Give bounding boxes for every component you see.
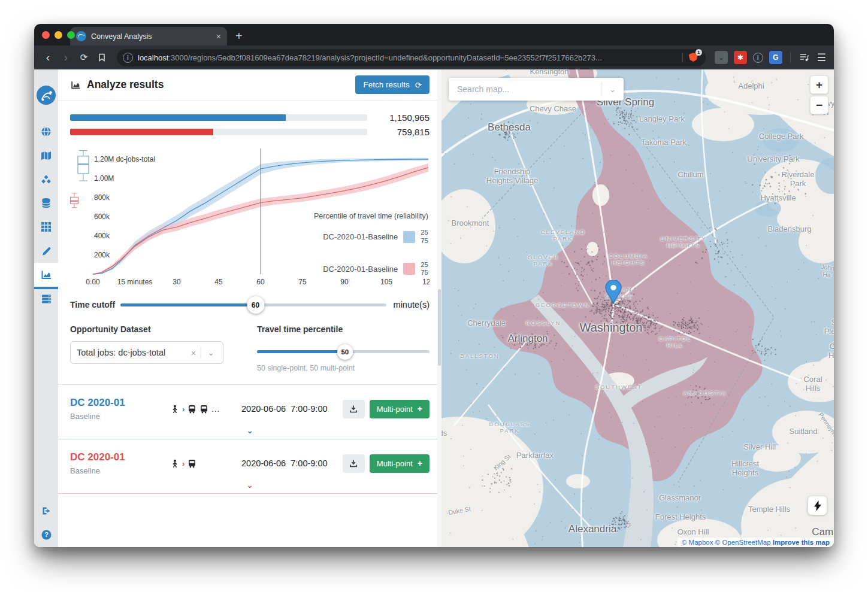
forward-button[interactable]: › xyxy=(58,50,74,65)
sidebar-item-opportunities[interactable] xyxy=(34,218,58,235)
percentile-slider[interactable]: 50 xyxy=(257,342,430,360)
scrollbar-thumb[interactable] xyxy=(438,289,441,366)
sidebar-item-projects[interactable] xyxy=(34,147,58,164)
bus-icon xyxy=(187,459,196,468)
sidebar-item-help[interactable]: ? xyxy=(34,526,58,543)
svg-text:30: 30 xyxy=(173,278,181,286)
sidebar-item-regional[interactable] xyxy=(34,290,58,307)
brave-shields-icon[interactable]: 1 xyxy=(688,51,700,63)
svg-text:90: 90 xyxy=(340,278,349,286)
extension-pocket-icon[interactable]: ⌄ xyxy=(715,51,728,64)
time-cutoff-unit: minute(s) xyxy=(386,300,430,309)
browser-window: Conveyal Analysis × + ‹ › ⟳ i localhost:… xyxy=(34,24,834,547)
playlist-icon[interactable] xyxy=(797,50,812,65)
map-view[interactable]: KensingtonSilver SpringChevy ChaseAdelph… xyxy=(441,69,834,547)
svg-text:105: 105 xyxy=(380,278,392,286)
sidebar-item-regions[interactable] xyxy=(34,123,58,140)
chart-area-icon xyxy=(40,269,52,281)
legend-entry: DC-2020-01-Baseline 2575 xyxy=(314,229,428,245)
time-cutoff-slider[interactable]: 60 xyxy=(120,296,386,314)
clear-icon[interactable]: × xyxy=(186,348,201,358)
zoom-out-button[interactable]: − xyxy=(810,96,828,114)
plus-icon: + xyxy=(418,404,422,414)
url-host: localhost xyxy=(138,53,168,62)
improve-map-link[interactable]: Improve this map xyxy=(773,539,830,546)
map-pin-icon[interactable] xyxy=(604,280,622,304)
sidebar-item-datasets[interactable] xyxy=(34,195,58,211)
new-tab-button[interactable]: + xyxy=(235,29,243,43)
url-bar[interactable]: i localhost:3000/regions/5edb2f081609ea6… xyxy=(117,49,706,66)
legend-percentiles: 2575 xyxy=(421,229,428,245)
legend-percentiles: 2575 xyxy=(421,261,428,278)
sidebar-item-analyze[interactable] xyxy=(34,263,58,287)
analysis-variant: Baseline xyxy=(70,466,171,475)
svg-text:?: ? xyxy=(44,531,49,538)
expand-chevron-icon[interactable]: ⌄ xyxy=(70,421,430,439)
mode-icons: › xyxy=(171,459,241,468)
browser-toolbar: ‹ › ⟳ i localhost:3000/regions/5edb2f081… xyxy=(34,45,834,69)
download-button[interactable] xyxy=(343,454,365,473)
svg-text:1.20M dc-jobs-total: 1.20M dc-jobs-total xyxy=(94,155,155,163)
analysis-name-link[interactable]: DC 2020-01 xyxy=(70,451,171,463)
svg-text:0.00: 0.00 xyxy=(86,278,100,286)
sidebar-item-networks[interactable] xyxy=(34,171,58,188)
active-indicator xyxy=(34,287,58,289)
globe-icon xyxy=(40,126,52,138)
svg-text:800k: 800k xyxy=(94,193,110,202)
extension-info-icon[interactable]: i xyxy=(753,53,763,63)
analysis-datetime: 2020-06-06 7:00-9:00 xyxy=(241,404,343,414)
legend-title: Percentile of travel time (reliability) xyxy=(314,212,428,220)
download-button[interactable] xyxy=(343,400,365,418)
map-style-toggle-button[interactable] xyxy=(808,496,827,515)
window-zoom-button[interactable] xyxy=(67,31,75,39)
conveyal-logo-icon[interactable] xyxy=(37,86,56,105)
time-cutoff-handle[interactable]: 60 xyxy=(247,296,264,314)
sidebar-item-logout[interactable] xyxy=(34,502,58,519)
chart-area-icon xyxy=(70,80,81,90)
app-content: ? Analyze results Fetch results⟳ 1,150,9… xyxy=(34,69,834,547)
window-close-button[interactable] xyxy=(42,31,50,39)
accessibility-bar-row: 1,150,965 xyxy=(70,113,430,123)
multi-point-button[interactable]: Multi-point+ xyxy=(370,454,430,473)
osm-link[interactable]: © OpenStreetMap xyxy=(715,539,771,546)
extension-translate-icon[interactable]: G xyxy=(769,51,782,64)
shields-badge: 1 xyxy=(695,49,702,56)
back-button[interactable]: ‹ xyxy=(40,50,56,65)
rail-icon xyxy=(199,405,208,414)
travel-time-percentile-label: Travel time percentile xyxy=(257,324,430,334)
zoom-in-button[interactable]: + xyxy=(810,75,828,94)
bar-value: 759,815 xyxy=(367,127,430,137)
svg-text:200k: 200k xyxy=(94,251,110,259)
bar-fill-comparison xyxy=(70,129,213,135)
analysis-row: DC 2020-01 Baseline › ... 2020-06-06 7:0… xyxy=(58,385,441,439)
map-search-input[interactable] xyxy=(449,84,601,94)
cubes-icon xyxy=(40,174,52,186)
download-icon xyxy=(349,459,358,467)
sidebar-item-edit[interactable] xyxy=(34,242,58,259)
reload-button[interactable]: ⟳ xyxy=(76,50,92,65)
chevron-down-icon[interactable]: ⌄ xyxy=(201,348,217,357)
tab-close-icon[interactable]: × xyxy=(216,32,221,41)
mapbox-link[interactable]: © Mapbox xyxy=(682,539,713,546)
fetch-results-button[interactable]: Fetch results⟳ xyxy=(355,75,430,94)
desktop: Conveyal Analysis × + ‹ › ⟳ i localhost:… xyxy=(0,0,868,592)
site-info-icon[interactable]: i xyxy=(123,53,133,63)
percentile-caption: 50 single-point, 50 multi-point xyxy=(257,364,430,372)
extension-adblock-icon[interactable]: ✱ xyxy=(734,51,747,64)
window-minimize-button[interactable] xyxy=(55,31,62,39)
svg-text:45: 45 xyxy=(214,278,223,286)
database-icon xyxy=(40,197,52,209)
chevron-down-icon[interactable]: ⌄ xyxy=(601,85,624,94)
panel-scrollbar[interactable] xyxy=(437,69,441,547)
multi-point-button[interactable]: Multi-point+ xyxy=(370,400,430,418)
bus-icon xyxy=(187,405,196,414)
panel-header: Analyze results Fetch results⟳ xyxy=(58,69,441,101)
opportunity-dataset-select[interactable]: Total jobs: dc-jobs-total × ⌄ xyxy=(70,341,223,364)
bookmark-icon[interactable] xyxy=(94,50,110,65)
browser-tab[interactable]: Conveyal Analysis × xyxy=(70,27,227,45)
expand-chevron-icon[interactable]: ⌄ xyxy=(70,475,430,493)
percentile-handle[interactable]: 50 xyxy=(337,344,353,360)
analysis-name-link[interactable]: DC 2020-01 xyxy=(70,397,171,409)
menu-button[interactable]: ☰ xyxy=(817,51,825,64)
svg-text:120: 120 xyxy=(422,278,430,286)
